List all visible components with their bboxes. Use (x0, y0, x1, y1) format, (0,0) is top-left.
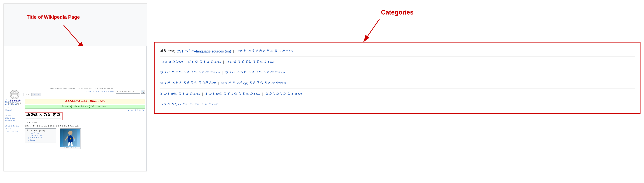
cat-sep-6: | (202, 91, 203, 97)
nav-history: చరిత్రను చూపండి (100, 91, 115, 93)
svg-line-14 (68, 143, 69, 146)
nav-edit: సవరించు (92, 91, 100, 93)
sidebar-link-contact2[interactable]: సంప్రదింపు పేజీ (5, 120, 22, 122)
svg-text:7: 7 (70, 138, 71, 140)
cat-sep-3: | (223, 59, 224, 65)
sidebar-link-contact[interactable]: సంప్రదింపు (5, 109, 22, 112)
cat-link-india-cricket[interactable]: భారత క్రికెట్ క్రీడాకారులు (226, 59, 274, 65)
wiki-intro-text: మహేంద్ర సింగ్ ధోని (ఎం ఎస్ ధోని) భారతీయ … (25, 125, 145, 127)
cat-sep-7: | (262, 91, 263, 97)
svg-line-17 (364, 19, 379, 42)
svg-point-8 (68, 131, 72, 135)
cat-link-india-athletes[interactable]: భారత క్రీడాకారులు (188, 59, 221, 65)
cat-link-rajiv[interactable]: రాజీవ్ గాంధి ఖేల్‌రత్న గ్రహీతలు (236, 48, 292, 54)
right-panel: Categories వర్గాలు: CS1 ఆంగ్లం-language … (154, 4, 640, 172)
wikipedia-screenshot: లాగిన్ అవులేదు: మీ IP కి సంబంధించిన చర్య… (4, 46, 147, 171)
sidebar-link-random[interactable]: యాదృఛ్ఛిక వ్యాసం (5, 104, 22, 106)
cat-sep-1: | (233, 48, 234, 54)
sidebar-link-today[interactable]: నేటికి అందుబాటు (5, 101, 22, 104)
wiki-intro-from: వికీపీడియా నుండి (25, 122, 145, 124)
wiki-page-title-box: మహేంద్రసింగ్ ధోని (25, 112, 62, 120)
cat-link-india-test[interactable]: భారత టెస్ట్ క్రికెట్ క్రీడాకారులు (160, 70, 220, 76)
wiki-banner-green: తెలుగులో టైపుచేయడం తెలీదు? టైపింగ్ సహాయం… (25, 104, 145, 108)
cat-link-cs1[interactable]: CS1 ఆంగ్లం-language sources (en) (176, 48, 231, 54)
wiki-toc: విషయ సూచిక [దాచు] 1 తొలి పోషాలు 2 వ్యక్త… (25, 128, 56, 143)
dhoni-silhouette: 7 (63, 130, 77, 146)
wiki-thumb-caption: మహేంద్ర సింగ్ ధోని (60, 147, 80, 148)
categories-box: వర్గాలు: CS1 ఆంగ్లం-language sources (en… (154, 42, 640, 114)
cat-link-1981[interactable]: 1981 జననాలు (160, 59, 182, 65)
toc-item-1[interactable]: 1 తొలి పోషాలు (28, 132, 54, 134)
sidebar-link-changes[interactable]: మార్పులు (5, 114, 22, 117)
categories-row-4: ధ్వార్ఖండ్ క్రీడాకారులు | ధ్వార్ఖండ్ క్ర… (160, 89, 635, 99)
wiki-globe-icon (11, 91, 18, 98)
cat-link-india-t20[interactable]: భారత ట్వంటి-20 క్రికెట్ క్రీడాకారులు (221, 80, 286, 86)
wiki-banner-yellow: వికీపీడియాలో మీరు కూడా రాయొచ్చు! రాయండి!… (25, 99, 145, 104)
login-text: లాగిన్ అవులేదు: మీ IP కి సంబంధించిన చర్య… (50, 88, 114, 90)
cat-link-india-odi[interactable]: భారత వన్నే క్రికెట్ క్రీడాకారులు (225, 70, 285, 76)
wiki-page-title: మహేంద్రసింగ్ ధోని (26, 113, 61, 118)
toc-item-3[interactable]: 3 వళ్ళే క్రికెట్ (28, 137, 54, 139)
cat-link-jharkhand-athletes[interactable]: ధ్వార్ఖండ్ క్రీడాకారులు (160, 91, 200, 97)
wiki-search-bar: చదువు సవరించు చరిత్రను చూపండి 🔍 (86, 90, 145, 94)
cat-sep-2: | (185, 59, 186, 65)
sidebar-link-updates[interactable]: నివేదికా మార్పులు (5, 130, 22, 133)
toc-item-2[interactable]: 2 వ్యక్తిత్వాలు (28, 135, 54, 137)
categories-row-5: పద్మభూషణ పురస్కార గ్రహీతలు (160, 99, 635, 110)
cat-link-jharkhand-cricket[interactable]: ధ్వార్ఖండ్ క్రికెట్ క్రీడాకారులు (205, 91, 260, 97)
wiki-content: వికీపీడియాలో మీరు కూడా రాయొచ్చు! రాయండి!… (23, 98, 146, 171)
cat-link-living-people[interactable]: జీవిస్తున్న ప్రజలు (265, 91, 302, 97)
sidebar-link-argentina[interactable]: అర్జంటీనా రికెల్సు (5, 125, 22, 127)
tab-article[interactable]: వాసం (23, 93, 31, 96)
categories-row-1: 1981 జననాలు | భారత క్రీడాకారులు | భారత క… (160, 57, 635, 67)
categories-row-3: భారత వన్నే క్రికెట్ కెప్టెన్లు | భారత ట్… (160, 78, 635, 89)
categories-row-0: వర్గాలు: CS1 ఆంగ్లం-language sources (en… (160, 46, 635, 57)
title-annotation-label: Title of Wikipedia Page (26, 14, 80, 20)
sidebar-link-help[interactable]: సహాయం (5, 106, 22, 109)
categories-arrow (358, 18, 393, 44)
wiki-edit-link: [ఈ విభాగాన్ని సేలగించి] (25, 110, 145, 111)
nav-read: చదువు (86, 91, 91, 93)
wiki-nav-tabs: వాసం చర్చ (23, 93, 41, 96)
cat-sep-4: | (222, 70, 223, 76)
wiki-login-bar: లాగిన్ అవులేదు: మీ IP కి సంబంధించిన చర్య… (23, 88, 115, 90)
sidebar-link-newpages[interactable]: కొత్త పేజీలు (5, 117, 22, 120)
cat-link-padma[interactable]: పద్మభూషణ పురస్కార గ్రహీతలు (160, 102, 219, 108)
cat-sep-5: | (218, 80, 219, 86)
categories-label: వర్గాలు: (160, 48, 175, 54)
sidebar-link-home[interactable]: మొదటి పేజీ (5, 98, 22, 101)
wiki-thumb-image: 7 (60, 129, 80, 146)
svg-line-15 (72, 143, 72, 146)
search-input[interactable] (116, 90, 140, 94)
svg-line-1 (63, 25, 84, 49)
categories-row-2: భారత టెస్ట్ క్రికెట్ క్రీడాకారులు | భారత… (160, 67, 635, 78)
sidebar-link-states[interactable]: స్టేట్స్ (5, 128, 22, 130)
wiki-sidebar: మొదటి పేజీ నేటికి అందుబాటు యాదృఛ్ఛిక వ్య… (4, 98, 23, 171)
categories-annotation-label: Categories (381, 9, 414, 16)
left-panel: Title of Wikipedia Page లాగిన్ అవులేదు: … (4, 4, 147, 172)
toc-item-4[interactable]: 4 మూలాలు (28, 139, 54, 141)
cat-link-india-odi-captain[interactable]: భారత వన్నే క్రికెట్ కెప్టెన్లు (160, 80, 216, 86)
wiki-thumb: 7 మహేంద్ర సింగ్ ధోని (60, 128, 81, 150)
search-button[interactable]: 🔍 (141, 90, 145, 94)
tab-discussion[interactable]: చర్చ (31, 93, 41, 96)
wiki-toc-title: విషయ సూచిక [దాచు] (26, 130, 54, 132)
svg-rect-13 (74, 139, 75, 141)
